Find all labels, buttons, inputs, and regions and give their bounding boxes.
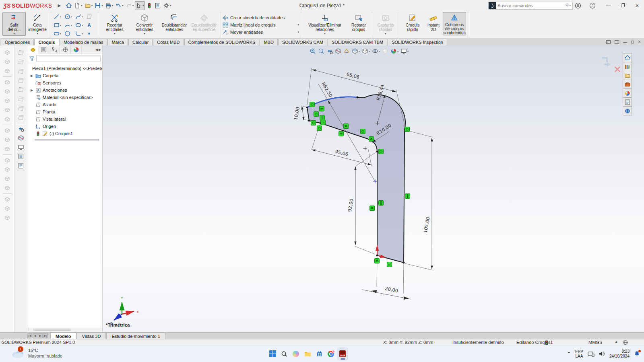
status-globe-icon[interactable] <box>623 340 628 345</box>
previous-view-button[interactable] <box>326 48 333 54</box>
linear-pattern-button[interactable]: Matriz lineal de croquis ▾ <box>223 22 299 28</box>
feature-tool-8-icon[interactable] <box>2 115 12 124</box>
circle-tool[interactable]: ▾ <box>64 12 74 21</box>
taskpane-resources-button[interactable] <box>623 62 632 71</box>
ellipse-tool[interactable]: ▾ <box>74 21 85 29</box>
feature-tool-18-icon[interactable] <box>2 213 12 222</box>
dim-92[interactable]: 92,00 <box>347 152 376 254</box>
feature-tool-16-icon[interactable] <box>2 195 12 204</box>
save-button[interactable]: ▾ <box>94 1 104 10</box>
feature-tool-3-icon[interactable] <box>2 66 12 76</box>
language-indicator[interactable]: ESPLAA <box>575 350 583 358</box>
taskbar-start-icon[interactable] <box>267 348 278 360</box>
graphics-viewport[interactable]: R62,50 R19,44 R10,00 <box>103 45 644 332</box>
panel-tab-scroll-right-icon[interactable]: ▶ <box>99 48 101 51</box>
relation-badge[interactable]: × <box>369 206 375 211</box>
rollback-bar[interactable] <box>35 140 99 140</box>
options-gear-button[interactable]: ▾ <box>162 1 172 10</box>
relation-badge[interactable]: = <box>319 106 324 111</box>
annotation-visibility-button[interactable] <box>343 48 350 54</box>
open-button[interactable]: ▾ <box>84 1 94 10</box>
relation-badge[interactable]: ◇ <box>378 149 384 154</box>
tree-item-vista-lateral[interactable]: Vista lateral <box>27 115 102 123</box>
taskpane-toolbox-button[interactable] <box>623 80 632 89</box>
help-icon[interactable]: ? <box>589 2 598 9</box>
menu-flyout-icon[interactable]: ▶ <box>58 3 61 8</box>
relation-badge[interactable]: = <box>387 262 392 267</box>
properties-button[interactable] <box>154 1 162 10</box>
shaded-sketch-contours-button[interactable]: Contornosde croquissombreados <box>443 12 466 35</box>
tree-root-part[interactable]: Pieza1 (Predeterminado) <<Predeterm <box>27 65 102 72</box>
tab-solidworks-cam-tbm[interactable]: SOLIDWORKS CAM TBM <box>328 39 387 45</box>
move-entities-dropdown-icon[interactable]: ▾ <box>297 31 299 34</box>
apply-scene-button[interactable]: ▾ <box>390 48 398 54</box>
tree-horizontal-scrollbar[interactable] <box>28 328 101 331</box>
clock[interactable]: 8:2324/10/2024 <box>609 349 630 359</box>
view-tool-4-icon[interactable] <box>16 76 26 85</box>
relation-badge[interactable]: ◇ <box>360 129 365 134</box>
dim-10[interactable]: 10,00 <box>293 106 308 121</box>
tab-solidworks-inspection[interactable]: SOLIDWORKS Inspection <box>388 39 447 45</box>
feature-tool-13-icon[interactable] <box>2 165 12 174</box>
feature-tool-15-icon[interactable] <box>2 183 12 193</box>
bottom-tab-vistas-3d[interactable]: Vistas 3D <box>77 333 106 339</box>
point-tool[interactable] <box>85 29 96 38</box>
text-tool[interactable]: A <box>85 21 96 29</box>
zoom-fit-button[interactable] <box>310 48 316 54</box>
view-orientation-button[interactable]: ▾ <box>352 48 360 54</box>
search-icon[interactable]: ⚲ <box>565 3 568 8</box>
view-tool-1-icon[interactable] <box>16 48 26 57</box>
dim-105[interactable]: 105,00 <box>405 130 433 270</box>
tab-cotas-mbd[interactable]: Cotas MBD <box>153 39 184 45</box>
units-dropdown-icon[interactable]: ▲ <box>615 340 618 343</box>
search-dropdown-icon[interactable]: ▾ <box>569 4 571 7</box>
tree-item-croquis1[interactable]: (-) Croquis1 <box>27 130 102 137</box>
restore-doc-icon[interactable] <box>631 40 634 44</box>
move-entities-button[interactable]: Mover entidades ▾ <box>223 29 299 35</box>
tab-croquis[interactable]: Croquis <box>34 39 59 45</box>
weather-widget[interactable]: 1 15°CMayorm. nublado <box>10 348 62 359</box>
taskpane-home-button[interactable] <box>623 53 632 62</box>
tab-dimxpert-manager[interactable] <box>60 45 71 54</box>
tab-solidworks-cam[interactable]: SOLIDWORKS CAM <box>278 39 327 45</box>
rectangle-tool[interactable]: ▾ <box>53 21 64 29</box>
taskpane-forum-button[interactable] <box>623 106 632 115</box>
select-arrow-button[interactable]: ▾ <box>135 1 145 10</box>
taskbar-microsoft-store-icon[interactable] <box>314 348 324 360</box>
tab-modelado-de-mallas[interactable]: Modelado de mallas <box>60 39 107 45</box>
zoom-area-button[interactable] <box>318 48 324 54</box>
confirmation-corner-exit-icon[interactable] <box>601 57 613 68</box>
account-icon[interactable] <box>575 2 584 9</box>
expand-icon[interactable]: ▶ <box>30 74 34 78</box>
mirror-entities-button[interactable]: Crear simetría de entidades <box>223 15 299 21</box>
view-tool-2-icon[interactable] <box>16 57 26 66</box>
hidden-icons-chevron[interactable]: ⌃ <box>567 351 571 356</box>
pane-split-icon[interactable] <box>606 40 611 44</box>
instant-2d-button[interactable]: Instant2D <box>424 12 443 32</box>
feature-tool-12-icon[interactable] <box>2 156 12 165</box>
tree-item-planta[interactable]: Planta <box>27 108 102 115</box>
restore-button[interactable] <box>618 3 627 8</box>
taskbar-file-explorer-icon[interactable] <box>302 348 313 360</box>
confirmation-corner-cancel-icon[interactable]: ✕ <box>613 64 621 75</box>
spline-tool[interactable]: ▾ <box>74 12 85 21</box>
section-view-button[interactable] <box>335 48 341 54</box>
relation-badge[interactable]: ‖ <box>405 193 410 199</box>
search-input[interactable] <box>496 3 565 8</box>
feature-tool-4-icon[interactable] <box>2 78 12 87</box>
scrollbar-thumb[interactable] <box>33 329 70 331</box>
relation-badge[interactable]: ◇ <box>317 125 322 131</box>
tab-scroll-buttons[interactable]: |◀◀▶▶| <box>27 333 48 339</box>
new-document-button[interactable]: ▾ <box>73 1 83 10</box>
command-search[interactable]: Ʒ ⚲ ▾ <box>488 2 573 10</box>
view-tool-13-icon[interactable] <box>16 161 26 170</box>
tree-item-anotaciones[interactable]: ▶ A Anotaciones <box>27 86 102 94</box>
polygon-tool[interactable] <box>64 29 74 38</box>
feature-tool-17-icon[interactable] <box>2 204 12 213</box>
taskpane-appearances-button[interactable] <box>623 88 632 98</box>
display-style-button[interactable]: ▾ <box>362 48 370 54</box>
feature-tool-5-icon[interactable] <box>2 87 12 96</box>
trim-entities-button[interactable]: Recortarentidades ▾ <box>100 12 130 36</box>
tree-item-origen[interactable]: Origen <box>27 123 102 130</box>
minimize-doc-icon[interactable]: — <box>623 40 627 44</box>
